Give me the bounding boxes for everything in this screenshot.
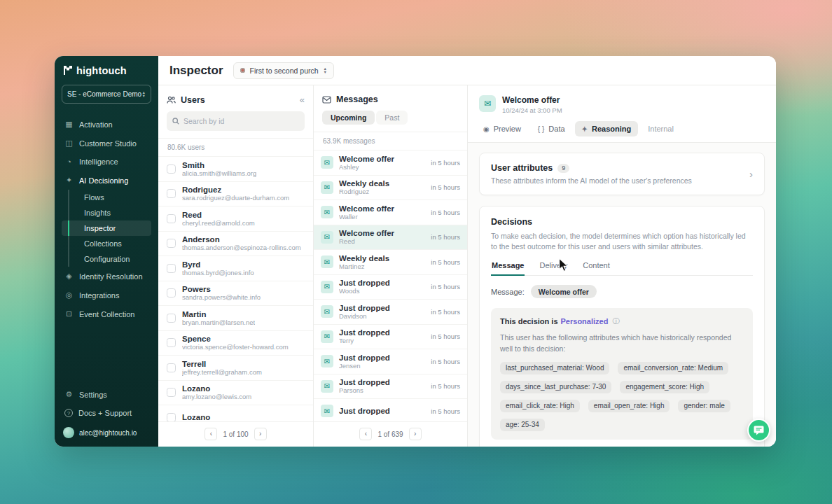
user-name: Powers: [182, 285, 261, 293]
flow-status-icon: [240, 68, 245, 73]
user-list-item[interactable]: Terrell jeffrey.terrell@graham.com: [158, 355, 313, 380]
detail-tab[interactable]: ✦ Reasoning: [575, 121, 639, 136]
sidebar-item[interactable]: ◈ Identity Resolution: [62, 267, 151, 286]
user-checkbox[interactable]: [167, 388, 176, 397]
sidebar-footer-item[interactable]: ? Docs + Support: [62, 404, 151, 422]
user-checkbox[interactable]: [167, 413, 176, 421]
user-list-item[interactable]: Reed cheryl.reed@arnold.com: [158, 206, 313, 231]
user-email: sandra.powers@white.info: [182, 293, 261, 301]
user-list-item[interactable]: Smith alicia.smith@williams.org: [158, 156, 313, 181]
reasoning-type: Personalized: [561, 317, 609, 326]
integrations-icon: ◎: [64, 290, 74, 300]
message-list-item[interactable]: ✉ Just dropped Parsons in 5 hours: [314, 374, 467, 399]
message-list-item[interactable]: ✉ Weekly deals Martinez in 5 hours: [314, 249, 467, 274]
message-list-item[interactable]: ✉ Just dropped Woods in 5 hours: [314, 274, 467, 300]
selector-updown-icon: ▲▼: [324, 67, 327, 74]
user-list-item[interactable]: Anderson thomas.anderson@espinoza-rollin…: [158, 231, 313, 256]
content-area: Users « 80.6K users: [158, 85, 776, 447]
user-checkbox[interactable]: [167, 363, 176, 372]
user-list-item[interactable]: Rodriguez sara.rodriguez@duarte-durham.c…: [158, 181, 313, 206]
decisions-card: Decisions To make each decision, the mod…: [479, 206, 765, 447]
message-recipient: Terry: [339, 337, 425, 344]
account-button[interactable]: alec@hightouch.io: [62, 422, 151, 438]
message-recipient: Rodriguez: [339, 188, 425, 195]
users-count: 80.6K users: [158, 138, 313, 156]
message-list-item[interactable]: ✉ Just dropped Davidson in 5 hours: [314, 299, 467, 324]
sidebar-sub-item[interactable]: Flows: [62, 190, 151, 205]
user-attributes-title: User attributes: [491, 163, 553, 173]
sidebar-sub-item[interactable]: Configuration: [62, 251, 151, 267]
decisions-tab[interactable]: Message: [491, 261, 525, 276]
detail-tab[interactable]: ◉ Preview: [476, 121, 528, 136]
decisions-tab[interactable]: Content: [582, 261, 611, 276]
detail-tab-label: Reasoning: [592, 125, 631, 133]
user-checkbox[interactable]: [167, 314, 176, 323]
user-checkbox[interactable]: [167, 189, 176, 198]
sidebar-item[interactable]: ◎ Integrations: [62, 286, 151, 304]
user-list-item[interactable]: Spence victoria.spence@foster-howard.com: [158, 330, 313, 356]
sidebar-footer-item[interactable]: ⚙ Settings: [62, 385, 151, 404]
sidebar-item[interactable]: ◔ Intelligence: [62, 153, 151, 171]
detail-tab-label: Preview: [494, 125, 521, 133]
user-search[interactable]: [167, 111, 305, 131]
sidebar-item[interactable]: ⊡ Event Collection: [62, 304, 151, 323]
sidebar-sub-item[interactable]: Inspector: [62, 220, 151, 236]
next-page-button[interactable]: ›: [409, 428, 422, 440]
attribute-pill: engagement_score: High: [620, 381, 709, 393]
attribute-pill: email_conversion_rate: Medium: [618, 362, 728, 374]
message-envelope-icon: ✉: [321, 181, 333, 194]
attribute-pill: email_click_rate: High: [500, 400, 580, 412]
next-page-button[interactable]: ›: [254, 428, 267, 440]
message-title: Weekly deals: [339, 254, 425, 262]
message-list-item[interactable]: ✉ Welcome offer Reed in 5 hours: [314, 225, 467, 250]
sidebar-item[interactable]: ✦ AI Decisioning: [62, 171, 151, 190]
collapse-panel-button[interactable]: «: [300, 94, 305, 105]
sidebar-nav: ▦ Activation ◫ Customer Studio ◔ Intelli…: [62, 115, 151, 323]
message-list-item[interactable]: ✉ Welcome offer Waller in 5 hours: [314, 200, 467, 225]
prev-page-button[interactable]: ‹: [359, 428, 372, 440]
message-recipient: Woods: [339, 287, 425, 295]
detail-tab[interactable]: Internal: [641, 121, 681, 136]
decisions-tab[interactable]: Delivery: [539, 261, 568, 276]
messages-tab[interactable]: Past: [376, 111, 408, 125]
sidebar-item-label: Intelligence: [79, 158, 118, 166]
user-checkbox[interactable]: [167, 288, 176, 298]
user-list-item[interactable]: Lozano: [158, 405, 313, 421]
user-name: Rodriguez: [182, 186, 289, 194]
attribute-pill: days_since_last_purchase: 7-30: [500, 381, 611, 393]
user-list-item[interactable]: Byrd thomas.byrd@jones.info: [158, 255, 313, 281]
prev-page-button[interactable]: ‹: [204, 428, 217, 440]
sparkle-icon: ✦: [582, 125, 588, 133]
messages-pagination: ‹ 1 of 639 ›: [314, 421, 467, 447]
detail-tab[interactable]: { } Data: [531, 121, 572, 136]
message-list-item[interactable]: ✉ Just dropped Terry in 5 hours: [314, 324, 467, 349]
sidebar-sub-item[interactable]: Insights: [62, 205, 151, 220]
messages-count: 63.9K messages: [314, 132, 467, 150]
sidebar-item[interactable]: ◫ Customer Studio: [62, 134, 151, 153]
flow-selector[interactable]: First to second purch ▲▼: [233, 62, 335, 79]
message-title: Just dropped: [339, 407, 425, 415]
user-checkbox[interactable]: [167, 239, 176, 248]
message-list-item[interactable]: ✉ Just dropped Jensen in 5 hours: [314, 349, 467, 374]
messages-tab[interactable]: Upcoming: [322, 111, 375, 125]
message-list-item[interactable]: ✉ Weekly deals Rodriguez in 5 hours: [314, 175, 467, 200]
chat-support-button[interactable]: [747, 419, 770, 442]
info-icon[interactable]: ⓘ: [612, 316, 619, 326]
user-list-item[interactable]: Powers sandra.powers@white.info: [158, 281, 313, 306]
message-list-item[interactable]: ✉ Just dropped in 5 hours: [314, 398, 467, 421]
user-checkbox[interactable]: [167, 338, 176, 347]
user-list-item[interactable]: Lozano amy.lozano@lewis.com: [158, 380, 313, 405]
user-list-item[interactable]: Martin bryan.martin@larsen.net: [158, 305, 313, 330]
user-checkbox[interactable]: [167, 214, 176, 223]
user-checkbox[interactable]: [167, 164, 176, 174]
sidebar-sub-item[interactable]: Collections: [62, 236, 151, 251]
hightouch-logo: hightouch: [62, 65, 151, 85]
message-time: in 5 hours: [431, 209, 460, 216]
sidebar-item[interactable]: ▦ Activation: [62, 115, 151, 134]
user-checkbox[interactable]: [167, 264, 176, 273]
user-attributes-card[interactable]: User attributes 9 These attributes infor…: [479, 153, 765, 195]
search-input[interactable]: [183, 117, 299, 125]
message-list-item[interactable]: ✉ Welcome offer Ashley in 5 hours: [314, 150, 467, 175]
workspace-selector[interactable]: SE - eCommerce Demo ▲▼: [62, 85, 151, 104]
reasoning-description: This user has the following attributes w…: [500, 332, 744, 355]
